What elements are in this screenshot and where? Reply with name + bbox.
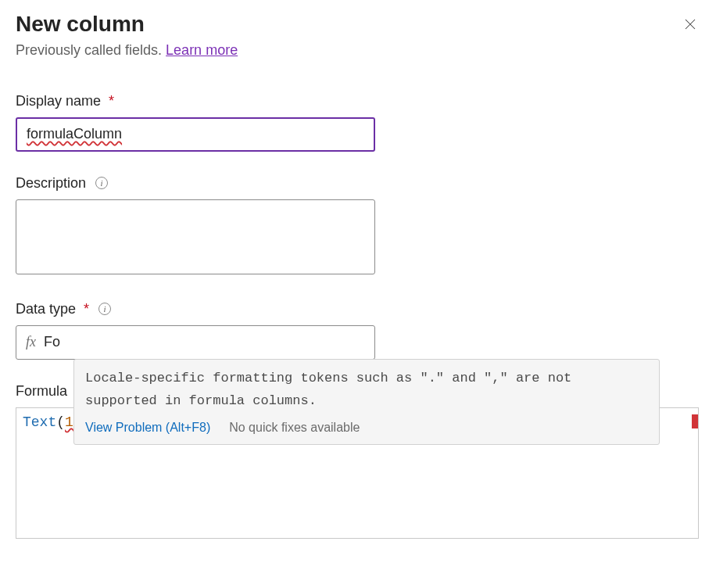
close-icon bbox=[683, 17, 697, 31]
required-asterisk: * bbox=[109, 93, 114, 109]
panel-title: New column bbox=[16, 11, 238, 38]
no-fixes-text: No quick fixes available bbox=[229, 421, 360, 435]
panel-subtitle: Previously called fields. Learn more bbox=[16, 42, 238, 59]
display-name-input[interactable]: formulaColumn bbox=[16, 117, 375, 152]
close-button[interactable] bbox=[680, 14, 700, 34]
description-input[interactable] bbox=[16, 199, 375, 274]
error-tooltip: Locale-specific formatting tokens such a… bbox=[73, 359, 660, 445]
required-asterisk: * bbox=[84, 301, 89, 317]
tooltip-message: Locale-specific formatting tokens such a… bbox=[85, 368, 648, 413]
formula-token-arg1: 1 bbox=[65, 414, 73, 430]
subtitle-text: Previously called fields. bbox=[16, 42, 166, 58]
description-label: Description i bbox=[16, 175, 700, 192]
display-name-value: formulaColumn bbox=[27, 126, 122, 142]
display-name-label-text: Display name bbox=[16, 93, 101, 109]
display-name-label: Display name* bbox=[16, 93, 700, 109]
formula-label-text: Formula bbox=[16, 383, 67, 400]
data-type-label-text: Data type bbox=[16, 301, 76, 317]
formula-token-open: ( bbox=[56, 414, 65, 430]
data-type-label: Data type* i bbox=[16, 301, 700, 317]
data-type-value: Fo bbox=[44, 334, 60, 350]
description-label-text: Description bbox=[16, 175, 86, 192]
learn-more-link[interactable]: Learn more bbox=[166, 42, 238, 58]
view-problem-link[interactable]: View Problem (Alt+F8) bbox=[85, 421, 210, 435]
data-type-dropdown[interactable]: fx Fo bbox=[16, 325, 375, 360]
error-marker bbox=[692, 414, 698, 428]
info-icon[interactable]: i bbox=[98, 303, 111, 315]
info-icon[interactable]: i bbox=[95, 177, 108, 189]
formula-token-fn: Text bbox=[23, 414, 56, 430]
fx-icon: fx bbox=[26, 334, 36, 350]
